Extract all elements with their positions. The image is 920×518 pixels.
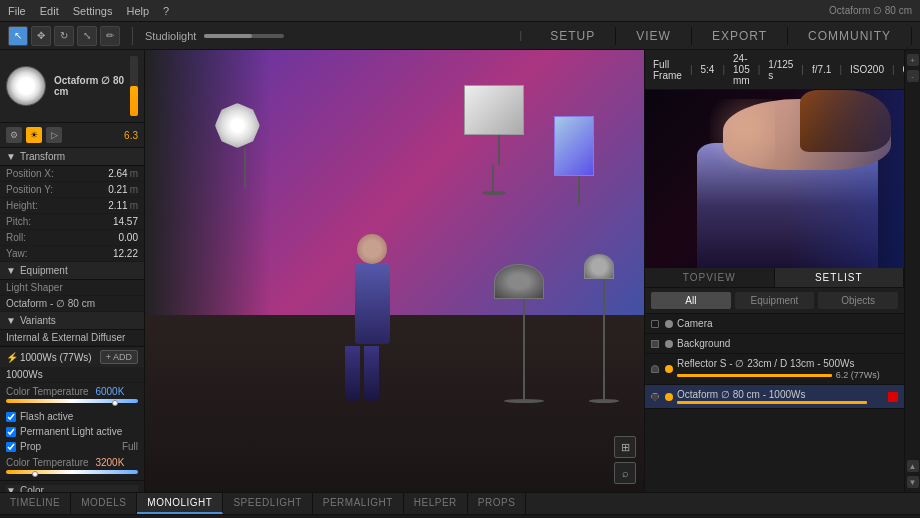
add-button[interactable]: + ADD (100, 350, 138, 364)
tool-edit[interactable]: ✏ (100, 26, 120, 46)
app-title: Octaform ∅ 80 cm (829, 5, 912, 16)
tab-helper[interactable]: HELPER (404, 493, 468, 514)
light-softbox-right (464, 85, 534, 165)
studio-label: Studiolight (145, 30, 196, 42)
tab-models[interactable]: MODELS (71, 493, 137, 514)
permanent-checkbox[interactable] (6, 427, 16, 437)
tab-setlist[interactable]: SETLIST (775, 268, 905, 287)
light-header: Octaform ∅ 80 cm (0, 50, 144, 123)
intensity-value: 6.3 (124, 130, 138, 141)
right-sidebar: + - ▲ ▼ (904, 50, 920, 492)
toolbar: ↖ ✥ ↻ ⤡ ✏ Studiolight | SETUP VIEW EXPOR… (0, 22, 920, 50)
flash-checkbox[interactable] (6, 412, 16, 422)
octaform-info: Octaform ∅ 80 cm - 1000Ws (677, 389, 888, 404)
tab-permalight[interactable]: PERMALIGHT (313, 493, 404, 514)
light-preview-icon (6, 66, 46, 106)
cam-iso: ISO200 (850, 64, 884, 75)
list-item-reflector[interactable]: Reflector S - ∅ 23cm / D 13cm - 500Ws 6.… (645, 354, 904, 385)
icon-triangle[interactable]: ▷ (46, 127, 62, 143)
prop-pitch: Pitch: 14.57 (0, 214, 144, 230)
icon-settings[interactable]: ⚙ (6, 127, 22, 143)
setlist-items: Camera Background Reflector S - ∅ 23cm /… (645, 314, 904, 492)
transform-header[interactable]: ▼ Transform (0, 148, 144, 166)
tab-all[interactable]: All (651, 292, 731, 309)
setlist-filter-tabs: All Equipment Objects (645, 288, 904, 314)
color-header[interactable]: ▼ Color (6, 485, 138, 492)
tool-move[interactable]: ✥ (31, 26, 51, 46)
tool-group: ↖ ✥ ↻ ⤡ ✏ (8, 26, 120, 46)
equipment-header[interactable]: ▼ Equipment (0, 262, 144, 280)
tab-equipment[interactable]: Equipment (735, 292, 815, 309)
menu-settings[interactable]: Settings (73, 5, 113, 17)
rs-btn-2[interactable]: - (907, 70, 919, 82)
tab-topview[interactable]: TOPVIEW (645, 268, 775, 287)
tool-select[interactable]: ↖ (8, 26, 28, 46)
tab-setup[interactable]: SETUP (530, 27, 616, 45)
rs-btn-4[interactable]: ▼ (907, 476, 919, 488)
tab-speedlight[interactable]: SPEEDLIGHT (223, 493, 312, 514)
prop-pos-x: Position X: 2.64 m (0, 166, 144, 182)
tab-spacer: | (520, 30, 523, 41)
right-panel: Full Frame | 5:4 | 24-105 mm | 1/125 s |… (644, 50, 904, 492)
menu-file[interactable]: File (8, 5, 26, 17)
chevron-transform: ▼ (6, 151, 16, 162)
viewport[interactable]: ⊞ ⌕ (145, 50, 644, 492)
tab-monolight[interactable]: MONOLIGHT (137, 493, 223, 514)
light-name: Octaform ∅ 80 cm (54, 75, 126, 97)
list-item-background[interactable]: Background (645, 334, 904, 354)
tab-community[interactable]: COMMUNITY (788, 27, 912, 45)
cam-lens: 24-105 mm (733, 53, 750, 86)
tab-timeline[interactable]: TIMELINE (0, 493, 71, 514)
cam-shutter: 1/125 s (768, 59, 793, 81)
icon-light[interactable]: ☀ (26, 127, 42, 143)
prop-power-val: 1000Ws (0, 367, 144, 383)
tab-objects[interactable]: Objects (818, 292, 898, 309)
rs-btn-3[interactable]: ▲ (907, 460, 919, 472)
light-octaform-1 (215, 103, 275, 153)
octaform-name: Octaform ∅ 80 cm - 1000Ws (677, 389, 888, 400)
cam-aperture: f/7.1 (812, 64, 831, 75)
prop-yaw: Yaw: 12.22 (0, 246, 144, 262)
tool-scale[interactable]: ⤡ (77, 26, 97, 46)
menu-help[interactable]: Help (126, 5, 149, 17)
tool-rotate[interactable]: ↻ (54, 26, 74, 46)
prop-checkbox[interactable] (6, 442, 16, 452)
menu-edit[interactable]: Edit (40, 5, 59, 17)
power-row: ⚡ 1000Ws (77Ws) + ADD (0, 346, 144, 367)
main-nav: SETUP VIEW EXPORT COMMUNITY (530, 27, 912, 45)
equipment-label: Equipment (20, 265, 68, 276)
cam-mode: Full Frame (653, 59, 682, 81)
list-item-camera[interactable]: Camera (645, 314, 904, 334)
octaform-bar (677, 401, 867, 404)
octaform-dot (665, 393, 673, 401)
tab-props[interactable]: PROPS (468, 493, 527, 514)
octaform-icon (651, 393, 659, 401)
view-tabs: TOPVIEW SETLIST (645, 268, 904, 288)
bg-dot (665, 340, 673, 348)
camera-info-bar: Full Frame | 5:4 | 24-105 mm | 1/125 s |… (645, 50, 904, 90)
variants-header[interactable]: ▼ Variants (0, 312, 144, 330)
prop-check-label: Prop (20, 441, 41, 452)
vp-btn-frame[interactable]: ⊞ (614, 436, 636, 458)
tab-view[interactable]: VIEW (616, 27, 692, 45)
rs-btn-1[interactable]: + (907, 54, 919, 66)
menu-question[interactable]: ? (163, 5, 169, 17)
cam-ratio: 5:4 (701, 64, 715, 75)
octaform-power-bar (677, 401, 888, 404)
tab-export[interactable]: EXPORT (692, 27, 788, 45)
reflector-icon (651, 365, 659, 373)
studio-slider[interactable] (204, 34, 284, 38)
list-item-octaform[interactable]: Octaform ∅ 80 cm - 1000Ws (645, 385, 904, 409)
intensity-slider[interactable] (130, 56, 138, 116)
reflector-info: Reflector S - ∅ 23cm / D 13cm - 500Ws 6.… (677, 358, 898, 380)
prop-light-shaper: Light Shaper (0, 280, 144, 296)
prop-diffuser: Internal & External Diffuser (0, 330, 144, 346)
chevron-equipment: ▼ (6, 265, 16, 276)
permanent-active-row: Permanent Light active (0, 424, 144, 439)
subject-3d (345, 234, 400, 404)
flash-active-row: Flash active (0, 409, 144, 424)
vp-btn-zoom[interactable]: ⌕ (614, 462, 636, 484)
sep1 (132, 27, 133, 45)
bg-name: Background (677, 338, 898, 349)
flash-label: Flash active (20, 411, 73, 422)
